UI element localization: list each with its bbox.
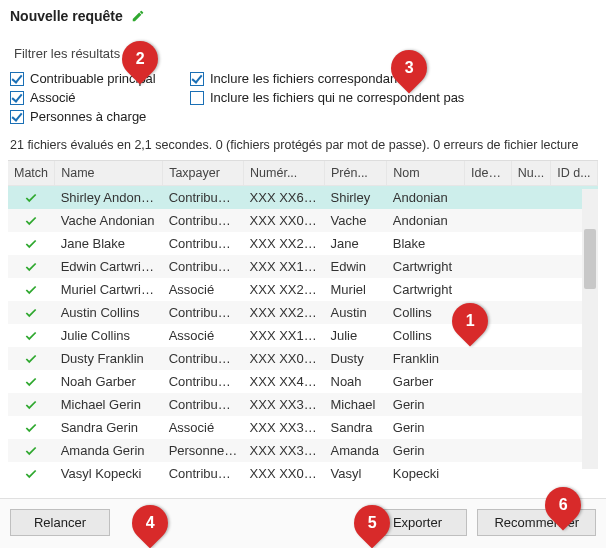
checkbox-icon	[10, 91, 24, 105]
col-numero[interactable]: Numér...	[244, 161, 325, 186]
col-iden[interactable]: Iden...	[465, 161, 512, 186]
match-check-icon	[8, 255, 55, 278]
col-nu[interactable]: Nu...	[511, 161, 550, 186]
table-row[interactable]: Noah GarberContribuableXXX XX4 809NoahGa…	[8, 370, 598, 393]
match-check-icon	[8, 439, 55, 462]
table-row[interactable]: Vasyl KopeckiContribuableXXX XX0 305Vasy…	[8, 462, 598, 485]
cell-numero: XXX XX3 008	[244, 393, 325, 416]
table-row[interactable]: Vache AndonianContribuableXXX XX0 121Vac…	[8, 209, 598, 232]
relancer-button[interactable]: Relancer	[10, 509, 110, 536]
cell-iden	[465, 416, 512, 439]
vertical-scrollbar[interactable]	[582, 189, 598, 469]
cell-nom: Garber	[387, 370, 465, 393]
table-row[interactable]: Amanda GerinPersonne à cXXX XX3 879Amand…	[8, 439, 598, 462]
cell-prenom: Muriel	[325, 278, 387, 301]
cell-numero: XXX XX1 007	[244, 255, 325, 278]
table-row[interactable]: Austin CollinsContribuableXXX XX2 223Aus…	[8, 301, 598, 324]
scrollbar-thumb[interactable]	[584, 229, 596, 289]
cell-nu	[511, 255, 550, 278]
table-row[interactable]: Edwin CartwrightContribuableXXX XX1 007E…	[8, 255, 598, 278]
cell-nu	[511, 370, 550, 393]
cell-nu	[511, 209, 550, 232]
cell-taxpayer: Contribuable	[163, 186, 244, 210]
match-check-icon	[8, 278, 55, 301]
table-row[interactable]: Jane BlakeContribuableXXX XX2 341JaneBla…	[8, 232, 598, 255]
cell-name: Dusty Franklin	[55, 347, 163, 370]
cell-taxpayer: Associé	[163, 324, 244, 347]
cell-numero: XXX XX4 809	[244, 370, 325, 393]
cell-nu	[511, 324, 550, 347]
checkbox-label: Associé	[30, 90, 76, 105]
checkbox-personnes-a-charge[interactable]: Personnes à charge	[10, 109, 180, 124]
cell-numero: XXX XX3 552	[244, 416, 325, 439]
col-idd[interactable]: ID d...	[551, 161, 598, 186]
cell-numero: XXX XX2 223	[244, 301, 325, 324]
cell-numero: XXX XX3 879	[244, 439, 325, 462]
cell-nu	[511, 186, 550, 210]
table-row[interactable]: Julie CollinsAssociéXXX XX1 236JulieColl…	[8, 324, 598, 347]
col-match[interactable]: Match	[8, 161, 55, 186]
cell-nu	[511, 232, 550, 255]
match-check-icon	[8, 393, 55, 416]
cell-nu	[511, 462, 550, 485]
cell-prenom: Vache	[325, 209, 387, 232]
results-table: Match Name Taxpayer Numér... Prén... Nom…	[8, 161, 598, 485]
table-row[interactable]: Dusty FranklinContribuableXXX XX0 110Dus…	[8, 347, 598, 370]
cell-prenom: Michael	[325, 393, 387, 416]
cell-nu	[511, 416, 550, 439]
cell-numero: XXX XX2 341	[244, 232, 325, 255]
checkbox-associe[interactable]: Associé	[10, 90, 180, 105]
table-row[interactable]: Sandra GerinAssociéXXX XX3 552SandraGeri…	[8, 416, 598, 439]
cell-taxpayer: Personne à c	[163, 439, 244, 462]
cell-name: Noah Garber	[55, 370, 163, 393]
table-header-row: Match Name Taxpayer Numér... Prén... Nom…	[8, 161, 598, 186]
cell-prenom: Sandra	[325, 416, 387, 439]
checkbox-icon	[190, 91, 204, 105]
checkbox-icon	[10, 72, 24, 86]
edit-icon[interactable]	[131, 9, 145, 23]
match-check-icon	[8, 209, 55, 232]
cell-nom: Gerin	[387, 393, 465, 416]
checkbox-label: Inclure les fichiers correspondants	[210, 71, 407, 86]
cell-iden	[465, 232, 512, 255]
cell-taxpayer: Contribuable	[163, 347, 244, 370]
cell-iden	[465, 186, 512, 210]
checkbox-icon	[190, 72, 204, 86]
cell-iden	[465, 347, 512, 370]
cell-taxpayer: Contribuable	[163, 393, 244, 416]
cell-name: Amanda Gerin	[55, 439, 163, 462]
cell-name: Julie Collins	[55, 324, 163, 347]
table-row[interactable]: Muriel CartwrightAssociéXXX XX2 002Murie…	[8, 278, 598, 301]
cell-prenom: Vasyl	[325, 462, 387, 485]
col-taxpayer[interactable]: Taxpayer	[163, 161, 244, 186]
cell-prenom: Julie	[325, 324, 387, 347]
checkbox-inclure-non-correspondants[interactable]: Inclure les fichiers qui ne corresponden…	[190, 90, 596, 105]
cell-name: Shirley Andonian	[55, 186, 163, 210]
match-check-icon	[8, 301, 55, 324]
cell-nom: Blake	[387, 232, 465, 255]
cell-taxpayer: Associé	[163, 278, 244, 301]
match-check-icon	[8, 462, 55, 485]
cell-numero: XXX XX0 121	[244, 209, 325, 232]
checkbox-contribuable-principal[interactable]: Contribuable principal	[10, 71, 180, 86]
cell-name: Vasyl Kopecki	[55, 462, 163, 485]
cell-taxpayer: Contribuable	[163, 462, 244, 485]
col-name[interactable]: Name	[55, 161, 163, 186]
table-row[interactable]: Shirley AndonianContribuableXXX XX6 670S…	[8, 186, 598, 210]
cell-numero: XXX XX1 236	[244, 324, 325, 347]
cell-nom: Cartwright	[387, 255, 465, 278]
col-prenom[interactable]: Prén...	[325, 161, 387, 186]
match-check-icon	[8, 347, 55, 370]
checkbox-label: Inclure les fichiers qui ne corresponden…	[210, 90, 464, 105]
cell-name: Michael Gerin	[55, 393, 163, 416]
cell-taxpayer: Contribuable	[163, 209, 244, 232]
cell-prenom: Shirley	[325, 186, 387, 210]
cell-prenom: Amanda	[325, 439, 387, 462]
cell-iden	[465, 393, 512, 416]
page-title: Nouvelle requête	[10, 8, 123, 24]
table-row[interactable]: Michael GerinContribuableXXX XX3 008Mich…	[8, 393, 598, 416]
cell-nu	[511, 301, 550, 324]
col-nom[interactable]: Nom	[387, 161, 465, 186]
cell-numero: XXX XX6 670	[244, 186, 325, 210]
cell-numero: XXX XX0 305	[244, 462, 325, 485]
